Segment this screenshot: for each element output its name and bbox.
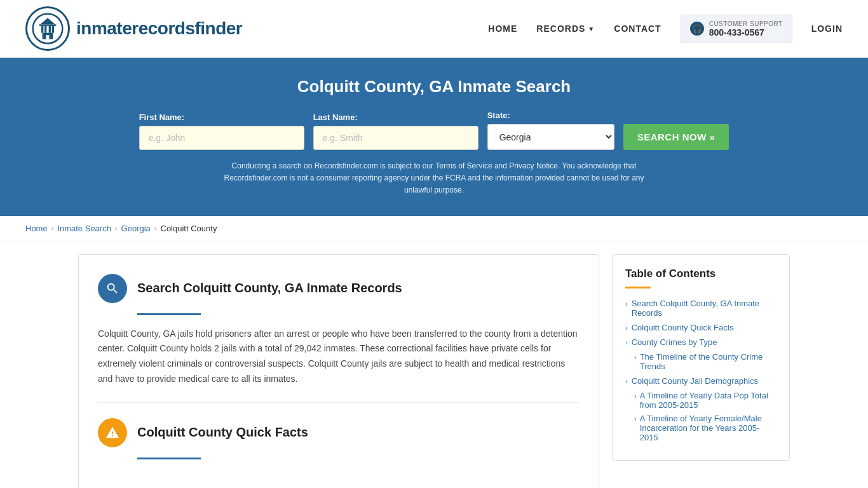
chevron-right-icon: ›: [625, 377, 628, 385]
toc-sub-list: › The Timeline of the County Crime Trend…: [625, 352, 776, 371]
support-text: CUSTOMER SUPPORT 800-433-0567: [709, 20, 783, 37]
toc-sub-label-1: The Timeline of the County Crime Trends: [640, 352, 776, 371]
search-button[interactable]: SEARCH NOW »: [623, 124, 729, 150]
chevron-right-icon: ›: [634, 415, 637, 423]
toc-item-4: › The Timeline of the County Crime Trend…: [625, 352, 776, 371]
toc-link-2[interactable]: › Colquitt County Quick Facts: [625, 323, 776, 332]
toc-link-3[interactable]: › County Crimes by Type: [625, 337, 776, 347]
breadcrumb-sep-2: ›: [115, 224, 118, 232]
toc-item-1: › Search Colquitt County, GA Inmate Reco…: [625, 299, 776, 318]
support-label: CUSTOMER SUPPORT: [709, 20, 783, 27]
toc-sub-item-3: › A Timeline of Yearly Female/Male Incar…: [634, 414, 776, 442]
breadcrumb-inmate-search[interactable]: Inmate Search: [57, 224, 111, 233]
logo-text-normal: inmaterecords: [76, 18, 194, 38]
breadcrumb-sep-1: ›: [51, 224, 54, 232]
first-name-label: First Name:: [139, 112, 185, 122]
toc-list: › Search Colquitt County, GA Inmate Reco…: [625, 299, 776, 442]
breadcrumb-sep-3: ›: [154, 224, 157, 232]
breadcrumb: Home › Inmate Search › Georgia › Colquit…: [0, 216, 868, 241]
logo-text-bold: finder: [194, 18, 242, 38]
toc-box: Table of Contents › Search Colquitt Coun…: [612, 254, 790, 461]
last-name-group: Last Name:: [313, 112, 478, 150]
svg-rect-2: [46, 35, 50, 39]
login-button[interactable]: LOGIN: [811, 24, 843, 34]
chevron-right-icon: ›: [634, 353, 637, 361]
main-content: Search Colquitt County, GA Inmate Record…: [53, 254, 815, 488]
toc-sub-label-2: A Timeline of Yearly Data Pop Total from…: [640, 391, 776, 410]
chevron-right-icon: ›: [634, 392, 637, 400]
headphone-icon: 🎧: [690, 22, 704, 36]
section2-header: Colquitt County Quick Facts: [98, 418, 580, 447]
breadcrumb-home[interactable]: Home: [25, 224, 48, 233]
toc-item-3: › County Crimes by Type: [625, 337, 776, 347]
nav-records[interactable]: RECORDS ▼: [536, 24, 595, 34]
chevron-down-icon: ▼: [588, 25, 595, 32]
nav-records-label: RECORDS: [536, 24, 585, 34]
svg-rect-5: [41, 26, 43, 33]
svg-rect-7: [49, 26, 51, 33]
toc-sub-item-1: › The Timeline of the County Crime Trend…: [634, 352, 776, 371]
state-label: State:: [487, 111, 510, 120]
toc-sub-link-1[interactable]: › The Timeline of the County Crime Trend…: [634, 352, 776, 371]
nav-home[interactable]: HOME: [488, 24, 517, 34]
sidebar: Table of Contents › Search Colquitt Coun…: [612, 254, 790, 488]
first-name-input[interactable]: [139, 126, 304, 150]
section1-body: Colquitt County, GA jails hold prisoners…: [98, 327, 580, 387]
content-area: Search Colquitt County, GA Inmate Record…: [78, 254, 599, 488]
logo-building-svg: [32, 13, 64, 44]
svg-rect-4: [39, 24, 57, 26]
last-name-label: Last Name:: [313, 112, 358, 122]
section2-divider: [137, 458, 201, 459]
toc-divider: [625, 287, 651, 288]
disclaimer-text: Conducting a search on Recordsfinder.com…: [212, 160, 656, 197]
breadcrumb-state[interactable]: Georgia: [121, 224, 151, 233]
toc-label-2: Colquitt County Quick Facts: [632, 323, 734, 332]
section-break: [98, 402, 580, 403]
toc-link-5[interactable]: › Colquitt County Jail Demographics: [625, 376, 776, 386]
toc-sub-link-2[interactable]: › A Timeline of Yearly Data Pop Total fr…: [634, 391, 776, 410]
state-group: State: Georgia Alabama Florida Tennessee: [487, 111, 614, 150]
toc-sub-item-2: › A Timeline of Yearly Data Pop Total fr…: [634, 391, 776, 410]
toc-label-3: County Crimes by Type: [632, 337, 717, 347]
state-select[interactable]: Georgia Alabama Florida Tennessee: [487, 124, 614, 150]
logo-text: inmaterecordsfinder: [76, 18, 242, 39]
search-section-icon: [98, 274, 127, 303]
section1-header: Search Colquitt County, GA Inmate Record…: [98, 274, 580, 303]
svg-rect-6: [44, 26, 46, 33]
nav-contact[interactable]: CONTACT: [614, 24, 661, 34]
page-title: Colquitt County, GA Inmate Search: [25, 77, 843, 97]
svg-rect-8: [52, 26, 54, 33]
customer-support-button[interactable]: 🎧 CUSTOMER SUPPORT 800-433-0567: [681, 15, 792, 43]
toc-label-1: Search Colquitt County, GA Inmate Record…: [632, 299, 776, 318]
first-name-group: First Name:: [139, 112, 304, 150]
chevron-right-icon: ›: [625, 300, 628, 308]
magnify-icon: [105, 281, 119, 295]
support-number: 800-433-0567: [709, 27, 764, 37]
breadcrumb-county: Colquitt County: [161, 224, 217, 233]
toc-item-5: › Colquitt County Jail Demographics: [625, 376, 776, 386]
section1-title: Search Colquitt County, GA Inmate Record…: [137, 281, 402, 295]
alert-section-icon: [98, 418, 127, 447]
section1-divider: [137, 313, 201, 315]
nav: HOME RECORDS ▼ CONTACT 🎧 CUSTOMER SUPPOR…: [488, 15, 843, 43]
svg-marker-3: [40, 18, 55, 24]
section2-title: Colquitt County Quick Facts: [137, 425, 308, 440]
toc-link-1[interactable]: › Search Colquitt County, GA Inmate Reco…: [625, 299, 776, 318]
logo-icon: [25, 6, 70, 51]
last-name-input[interactable]: [313, 126, 478, 150]
toc-item-6: › A Timeline of Yearly Data Pop Total fr…: [625, 391, 776, 442]
toc-sub-link-3[interactable]: › A Timeline of Yearly Female/Male Incar…: [634, 414, 776, 442]
chevron-right-icon: ›: [625, 339, 628, 346]
alert-icon: [105, 426, 119, 440]
toc-label-5: Colquitt County Jail Demographics: [632, 376, 758, 386]
logo-area: inmaterecordsfinder: [25, 6, 242, 51]
search-banner: Colquitt County, GA Inmate Search First …: [0, 58, 868, 216]
toc-sub-label-3: A Timeline of Yearly Female/Male Incarce…: [640, 414, 776, 442]
search-form: First Name: Last Name: State: Georgia Al…: [25, 111, 843, 150]
header: inmaterecordsfinder HOME RECORDS ▼ CONTA…: [0, 0, 868, 58]
chevron-right-icon: ›: [625, 324, 628, 332]
toc-item-2: › Colquitt County Quick Facts: [625, 323, 776, 332]
toc-title: Table of Contents: [625, 268, 776, 280]
toc-sub-list-2: › A Timeline of Yearly Data Pop Total fr…: [625, 391, 776, 442]
